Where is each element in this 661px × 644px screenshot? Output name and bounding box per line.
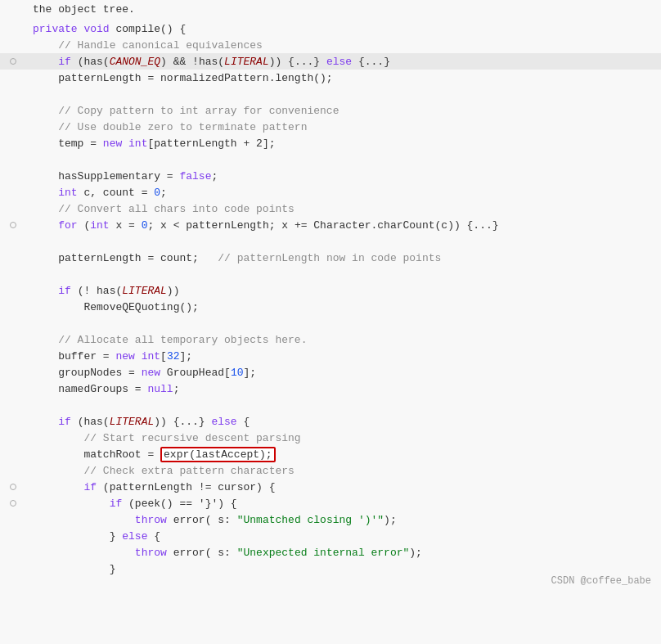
code-token: (has( xyxy=(71,416,110,428)
line: for (int x = 0; x < patternLength; x += … xyxy=(0,217,661,233)
line: groupNodes = new GroupHead[10]; xyxy=(0,364,661,381)
code-token: private xyxy=(33,23,78,35)
line-content: throw error( s: "Unexpected internal err… xyxy=(26,547,661,559)
line-content: namedGroups = null; xyxy=(26,383,661,395)
code-token: new xyxy=(103,137,122,150)
breakpoint-dot[interactable] xyxy=(10,484,16,490)
code-token: )) xyxy=(167,285,180,297)
line: RemoveQEQuoting(); xyxy=(0,299,661,315)
code-token: new xyxy=(142,367,160,379)
code-token: // Copy pattern to int array for conveni… xyxy=(58,105,339,117)
code-token: ; xyxy=(173,383,180,395)
line-content: // Handle canonical equivalences xyxy=(26,39,661,52)
code-token: null xyxy=(147,383,173,395)
code-token: "Unexpected internal error" xyxy=(237,547,410,559)
line: // Start recursive descent parsing xyxy=(0,430,661,446)
code-token: int xyxy=(90,219,109,232)
code-token: if xyxy=(58,416,71,428)
line-content: groupNodes = new GroupHead[10]; xyxy=(26,367,661,379)
line: patternLength = normalizedPattern.length… xyxy=(0,70,661,86)
code-token: if xyxy=(58,285,71,297)
code-token: ); xyxy=(384,514,397,526)
line: throw error( s: "Unexpected internal err… xyxy=(0,544,661,561)
code-token: x = xyxy=(110,219,142,232)
code-token: matchRoot = xyxy=(83,448,160,461)
line-content: matchRoot = expr(lastAccept); xyxy=(26,448,661,461)
line xyxy=(0,233,661,250)
line-content: } xyxy=(26,563,661,575)
code-token: if xyxy=(83,481,97,493)
code-token: if xyxy=(110,498,123,510)
code-token xyxy=(122,137,128,150)
line: matchRoot = expr(lastAccept); xyxy=(0,446,661,462)
code-token: CANON_EQ xyxy=(110,56,160,68)
code-token: // Start recursive descent parsing xyxy=(83,432,300,444)
code-token: ) && !has( xyxy=(160,56,224,68)
code-token: ); xyxy=(409,547,422,559)
breakpoint-dot[interactable] xyxy=(10,500,16,507)
code-token: has( xyxy=(83,56,109,68)
code-token: // Allocate all temporary objects here. xyxy=(58,334,307,346)
code-token: groupNodes = xyxy=(58,367,141,379)
code-token: GroupHead[ xyxy=(160,367,231,379)
code-token: patternLength = count; xyxy=(58,252,218,264)
line: temp = new int[patternLength + 2]; xyxy=(0,135,661,151)
watermark: CSDN @coffee_babe xyxy=(551,575,651,587)
code-token: { xyxy=(147,530,160,543)
line: // Check extra pattern characters xyxy=(0,462,661,479)
top-description: the object tree. xyxy=(0,0,661,20)
code-token: ]; xyxy=(179,350,192,363)
code-token: [ xyxy=(160,350,167,363)
line-content: for (int x = 0; x < patternLength; x += … xyxy=(26,219,661,232)
line: if (peek() == '}') { xyxy=(0,495,661,511)
code-token: error( s: xyxy=(167,514,237,526)
line-content: buffer = new int[32]; xyxy=(26,350,661,363)
code-token: int xyxy=(142,350,160,363)
line: // Handle canonical equivalences xyxy=(0,37,661,53)
highlighted-expression: expr(lastAccept); xyxy=(160,447,276,462)
code-token: ( xyxy=(78,219,91,232)
line-content: temp = new int[patternLength + 2]; xyxy=(26,137,661,150)
line xyxy=(0,266,661,282)
line-content: patternLength = count; // patternLength … xyxy=(26,252,661,264)
line-content: // Check extra pattern characters xyxy=(26,465,661,477)
code-token: RemoveQEQuoting(); xyxy=(83,301,198,313)
line: throw error( s: "Unmatched closing ')'")… xyxy=(0,511,661,528)
breakpoint-dot[interactable] xyxy=(10,222,16,228)
code-token: [patternLength + 2]; xyxy=(147,137,275,150)
line: if (has(LITERAL)) {...} else { xyxy=(0,413,661,430)
code-token: int xyxy=(128,137,147,150)
line-content: if (peek() == '}') { xyxy=(26,498,661,510)
line: namedGroups = null; xyxy=(0,381,661,397)
code-area: private void compile() { // Handle canon… xyxy=(0,20,661,593)
line-content: if (has(LITERAL)) {...} else { xyxy=(26,416,661,428)
code-token: )) {...} xyxy=(154,416,211,428)
line-content: // Start recursive descent parsing xyxy=(26,432,661,444)
gutter xyxy=(0,484,26,490)
code-token: } xyxy=(110,563,116,575)
code-token: c, count = xyxy=(78,187,155,199)
line-content: // Convert all chars into code points xyxy=(26,203,661,215)
code-token: int xyxy=(58,187,77,199)
code-token: ; x < patternLength; x += Character.char… xyxy=(147,219,498,232)
code-token: // Convert all chars into code points xyxy=(58,203,295,215)
line: // Copy pattern to int array for conveni… xyxy=(0,102,661,119)
code-token: // patternLength now in code points xyxy=(218,252,441,264)
line: } else { xyxy=(0,528,661,544)
code-token: // Use double zero to terminate pattern xyxy=(58,121,307,133)
line: if (! has(LITERAL)) xyxy=(0,282,661,299)
code-container: the object tree. private void compile() … xyxy=(0,0,661,593)
code-token: patternLength = normalizedPattern.length… xyxy=(58,72,332,84)
code-token: (! has( xyxy=(71,285,122,297)
line: // Allocate all temporary objects here. xyxy=(0,331,661,348)
line: // Use double zero to terminate pattern xyxy=(0,119,661,135)
line-content: throw error( s: "Unmatched closing ')'")… xyxy=(26,514,661,526)
line: if (has(CANON_EQ) && !has(LITERAL)) {...… xyxy=(0,53,661,70)
code-token: } xyxy=(110,530,123,543)
line-content: // Use double zero to terminate pattern xyxy=(26,121,661,133)
code-token: error( s: xyxy=(167,547,237,559)
line: int c, count = 0; xyxy=(0,184,661,200)
code-token: else xyxy=(122,530,147,543)
breakpoint-dot[interactable] xyxy=(10,58,16,65)
code-token: buffer = xyxy=(58,350,115,363)
